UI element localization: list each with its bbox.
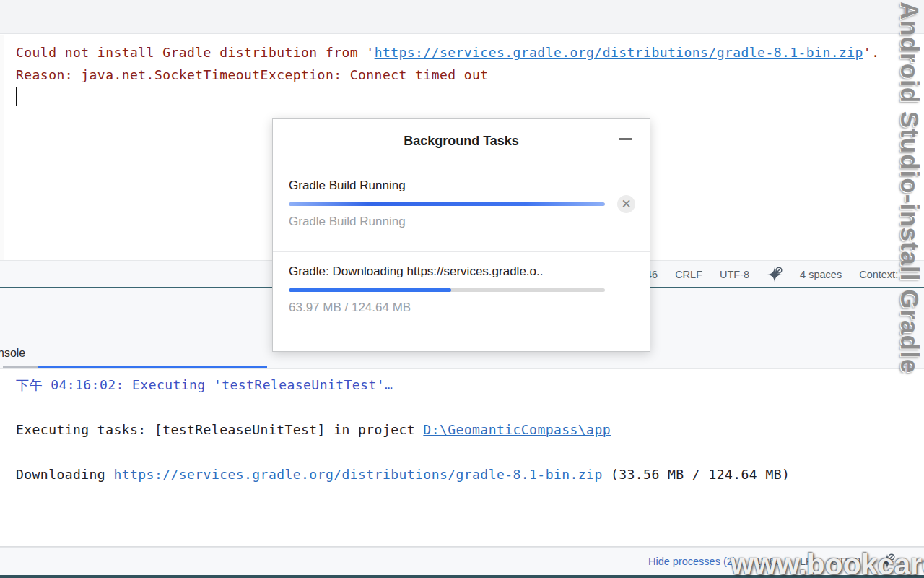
gradle-distribution-link[interactable]: https://services.gradle.org/distribution… <box>375 45 863 60</box>
console-progress-track <box>3 366 38 368</box>
console-line: 下午 04:16:02: Executing 'testReleaseUnitT… <box>16 374 924 396</box>
task-progress-bar <box>289 202 605 206</box>
indent-widget[interactable]: 4 spaces <box>800 269 842 280</box>
minimize-icon[interactable] <box>619 138 632 140</box>
vertical-watermark: Android Studio-install Gradle <box>895 1 924 374</box>
task-status-text: Gradle Build Running <box>289 215 635 229</box>
console-output: 下午 04:16:02: Executing 'testReleaseUnitT… <box>0 369 924 547</box>
console-system-text: 下午 04:16:02: Executing 'testReleaseUnitT… <box>16 377 393 392</box>
line-ending-widget[interactable]: CRLF <box>675 269 702 280</box>
context-widget[interactable]: Context: <box>859 269 898 280</box>
gradle-download-link[interactable]: https://services.gradle.org/distribution… <box>113 467 602 482</box>
android-studio-window: Could not install Gradle distribution fr… <box>0 0 924 578</box>
sparkle-disabled-icon[interactable] <box>767 267 783 282</box>
console-line: Downloading https://services.gradle.org/… <box>16 463 924 486</box>
background-tasks-dialog: Background Tasks Gradle Build Running ✕ … <box>272 118 650 352</box>
console-blank-line <box>16 396 924 418</box>
bottom-watermark: www.bookcard.net <box>731 548 924 578</box>
task-label: Gradle Build Running <box>289 178 635 193</box>
task-gradle-build: Gradle Build Running ✕ Gradle Build Runn… <box>289 178 635 229</box>
console-blank-line <box>16 441 924 463</box>
task-progress-bar <box>289 288 605 292</box>
console-text: Executing tasks: [testReleaseUnitTest] i… <box>16 422 423 437</box>
editor-gutter <box>0 35 4 260</box>
console-text-suffix: (33.56 MB / 124.64 MB) <box>603 467 790 482</box>
console-text: Downloading <box>16 467 113 482</box>
top-toolbar-strip <box>0 0 924 34</box>
error-line-2: Reason: java.net.SocketTimeoutException:… <box>16 67 489 82</box>
dialog-title: Background Tasks <box>273 134 650 149</box>
project-path-link[interactable]: D:\GeomanticCompass\app <box>423 422 611 437</box>
task-gradle-download: Gradle: Downloading https://services.gra… <box>289 264 635 315</box>
download-size-text: 63.97 MB / 124.64 MB <box>289 301 635 315</box>
console-progress-indicator <box>38 366 267 368</box>
text-caret <box>16 87 17 106</box>
tab-console[interactable]: nsole <box>0 347 25 360</box>
error-text: Could not install Gradle distribution fr… <box>16 45 375 60</box>
error-line-1: Could not install Gradle distribution fr… <box>16 45 879 60</box>
task-label: Gradle: Downloading https://services.gra… <box>289 264 635 279</box>
error-reason-text: Reason: java.net.SocketTimeoutException:… <box>16 67 489 82</box>
hide-processes-link[interactable]: Hide processes (2) <box>648 556 736 567</box>
dialog-separator <box>273 251 650 252</box>
console-line: Executing tasks: [testReleaseUnitTest] i… <box>16 418 924 441</box>
task-progress-fill <box>289 288 451 292</box>
error-text-suffix: '. <box>863 45 880 60</box>
task-progress-fill <box>289 202 605 206</box>
encoding-widget[interactable]: UTF-8 <box>720 269 749 280</box>
close-icon[interactable]: ✕ <box>617 195 635 213</box>
